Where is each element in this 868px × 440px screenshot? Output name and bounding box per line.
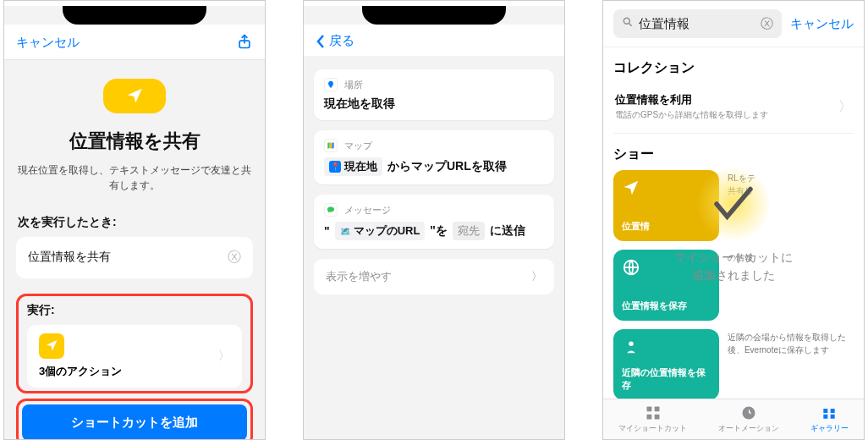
do-label: 実行: <box>27 303 242 318</box>
add-shortcut-button[interactable]: ショートカットを追加 <box>22 404 247 439</box>
screen-gallery: 位置情報 ⓧ キャンセル コレクション 位置情報を利用 電話のGPSから詳細な情… <box>602 0 865 440</box>
action-card-message[interactable]: メッセージ " 🗺️マップのURL "を 宛先 に送信 <box>314 195 554 249</box>
svg-point-1 <box>624 18 629 24</box>
svg-rect-6 <box>646 415 651 420</box>
tile-side-text: 近隣の会場から情報を取得した後、Evernoteに保存します <box>728 329 854 399</box>
svg-point-3 <box>629 342 634 347</box>
maps-icon <box>324 139 338 152</box>
tab-bar: マイショートカット オートメーション ギャラリー <box>603 399 864 439</box>
notch <box>63 6 206 25</box>
chevron-right-icon: 〉 <box>838 98 852 116</box>
when-value: 位置情報を共有 <box>28 250 111 265</box>
action-group-label: メッセージ <box>344 204 391 217</box>
screen-shortcut-detail: キャンセル 位置情報を共有 現在位置を取得し、テキストメッセージで友達と共有しま… <box>3 0 266 440</box>
search-input[interactable]: 位置情報 ⓧ <box>613 9 782 38</box>
action-group-label: 場所 <box>344 79 363 91</box>
shortcut-icon <box>103 79 166 113</box>
tile-save-location[interactable]: 位置情報を保存 <box>613 250 719 321</box>
action-body: 現在地を取得 <box>324 96 544 112</box>
screen-actions-list: 戻る 場所 現在地を取得 マップ 📍現在地 <box>303 0 565 440</box>
svg-rect-7 <box>654 415 659 420</box>
variable-pill-map-url[interactable]: 🗺️マップのURL <box>335 222 426 240</box>
back-button[interactable]: 戻る <box>316 33 354 49</box>
action-group-label: マップ <box>344 140 372 152</box>
variable-pill-current-location[interactable]: 📍現在地 <box>324 157 382 176</box>
tile-side-text: RLをテ 共有し <box>728 170 854 241</box>
tab-my-shortcuts[interactable]: マイショートカット <box>618 404 687 434</box>
do-shortcut-icon <box>39 333 64 359</box>
add-button-highlight: ショートカットを追加 <box>16 399 253 439</box>
tile-side-text: の情報 <box>728 250 854 321</box>
clear-icon[interactable]: ⓧ <box>228 249 241 267</box>
svg-rect-5 <box>654 407 659 412</box>
chevron-right-icon: 〉 <box>218 349 230 364</box>
do-card[interactable]: 3個のアクション 〉 <box>27 325 242 388</box>
do-count: 3個のアクション <box>39 364 122 379</box>
show-more-button[interactable]: 表示を増やす 〉 <box>314 259 554 294</box>
search-icon <box>622 16 634 31</box>
message-icon <box>324 203 338 217</box>
location-pin-icon <box>324 78 338 91</box>
clear-search-icon[interactable]: ⓧ <box>761 16 773 32</box>
action-card-maps[interactable]: マップ 📍現在地 からマップURLを取得 <box>314 130 554 184</box>
shortcuts-heading: ショー <box>613 146 854 163</box>
chevron-right-icon: 〉 <box>531 269 542 284</box>
svg-rect-4 <box>646 407 651 412</box>
tab-gallery[interactable]: ギャラリー <box>810 404 849 434</box>
tab-automation[interactable]: オートメーション <box>718 404 779 434</box>
collection-row-use-location[interactable]: 位置情報を利用 電話のGPSから詳細な情報を取得します 〉 <box>613 85 854 134</box>
cancel-button[interactable]: キャンセル <box>16 35 80 51</box>
recipient-placeholder[interactable]: 宛先 <box>453 222 485 240</box>
search-value: 位置情報 <box>639 16 755 32</box>
do-section-highlight: 実行: 3個のアクション 〉 <box>16 294 253 393</box>
shortcut-description: 現在位置を取得し、テキストメッセージで友達と共有します。 <box>16 162 253 193</box>
when-card[interactable]: 位置情報を共有 ⓧ <box>16 237 253 278</box>
when-label: 次を実行したとき: <box>18 215 117 230</box>
tile-nearby-location[interactable]: 近隣の位置情報を保存 <box>613 329 719 399</box>
collection-heading: コレクション <box>613 59 854 77</box>
shortcut-title: 位置情報を共有 <box>69 129 201 154</box>
cancel-button[interactable]: キャンセル <box>790 16 854 32</box>
tile-share-location[interactable]: 位置情 <box>613 170 719 241</box>
action-card-location[interactable]: 場所 現在地を取得 <box>314 69 554 120</box>
share-icon[interactable] <box>236 33 253 52</box>
notch <box>362 6 505 25</box>
